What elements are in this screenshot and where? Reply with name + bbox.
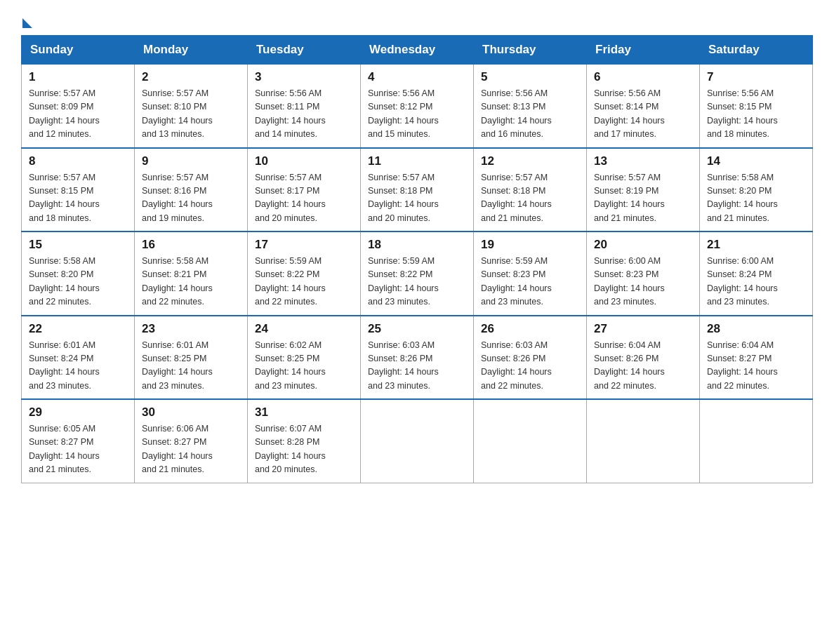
calendar-cell [474,399,587,483]
day-number: 11 [368,154,466,168]
day-info: Sunrise: 6:07 AM Sunset: 8:28 PM Dayligh… [255,422,353,477]
day-info: Sunrise: 6:02 AM Sunset: 8:25 PM Dayligh… [255,339,353,394]
day-number: 30 [142,405,240,420]
day-info: Sunrise: 5:59 AM Sunset: 8:22 PM Dayligh… [368,255,466,309]
day-info: Sunrise: 5:58 AM Sunset: 8:20 PM Dayligh… [29,255,127,309]
calendar-week-row: 1 Sunrise: 5:57 AM Sunset: 8:09 PM Dayli… [22,65,813,148]
day-number: 10 [255,154,353,168]
day-info: Sunrise: 6:01 AM Sunset: 8:25 PM Dayligh… [142,339,240,394]
day-info: Sunrise: 5:57 AM Sunset: 8:17 PM Dayligh… [255,171,353,226]
calendar-cell: 18 Sunrise: 5:59 AM Sunset: 8:22 PM Dayl… [361,232,474,316]
calendar-cell [361,399,474,483]
day-info: Sunrise: 5:56 AM Sunset: 8:15 PM Dayligh… [707,87,805,142]
calendar-cell: 24 Sunrise: 6:02 AM Sunset: 8:25 PM Dayl… [248,316,361,400]
calendar-header-thursday: Thursday [474,36,587,65]
day-number: 3 [255,70,353,84]
calendar-cell: 1 Sunrise: 5:57 AM Sunset: 8:09 PM Dayli… [22,65,135,148]
calendar-cell: 20 Sunrise: 6:00 AM Sunset: 8:23 PM Dayl… [587,232,700,316]
calendar-cell: 10 Sunrise: 5:57 AM Sunset: 8:17 PM Dayl… [248,148,361,232]
calendar-cell: 19 Sunrise: 5:59 AM Sunset: 8:23 PM Dayl… [474,232,587,316]
day-number: 23 [142,322,240,336]
day-info: Sunrise: 5:56 AM Sunset: 8:11 PM Dayligh… [255,87,353,142]
day-number: 31 [255,405,353,420]
day-number: 12 [481,154,579,168]
day-number: 20 [594,238,692,252]
calendar-header-tuesday: Tuesday [248,36,361,65]
logo [21,14,32,28]
calendar-cell: 11 Sunrise: 5:57 AM Sunset: 8:18 PM Dayl… [361,148,474,232]
day-info: Sunrise: 5:57 AM Sunset: 8:15 PM Dayligh… [29,171,127,226]
day-number: 26 [481,322,579,336]
calendar-week-row: 8 Sunrise: 5:57 AM Sunset: 8:15 PM Dayli… [22,148,813,232]
day-number: 17 [255,238,353,252]
calendar-week-row: 22 Sunrise: 6:01 AM Sunset: 8:24 PM Dayl… [22,316,813,400]
day-number: 15 [29,238,127,252]
day-number: 16 [142,238,240,252]
calendar-header-friday: Friday [587,36,700,65]
page-header [21,14,813,28]
calendar-cell: 16 Sunrise: 5:58 AM Sunset: 8:21 PM Dayl… [135,232,248,316]
calendar-cell: 15 Sunrise: 5:58 AM Sunset: 8:20 PM Dayl… [22,232,135,316]
calendar-header-sunday: Sunday [22,36,135,65]
day-info: Sunrise: 5:56 AM Sunset: 8:13 PM Dayligh… [481,87,579,142]
day-info: Sunrise: 6:00 AM Sunset: 8:23 PM Dayligh… [594,255,692,309]
day-number: 27 [594,322,692,336]
day-info: Sunrise: 5:57 AM Sunset: 8:16 PM Dayligh… [142,171,240,226]
day-info: Sunrise: 5:58 AM Sunset: 8:20 PM Dayligh… [707,171,805,226]
day-number: 25 [368,322,466,336]
calendar-cell: 7 Sunrise: 5:56 AM Sunset: 8:15 PM Dayli… [700,65,813,148]
day-info: Sunrise: 6:01 AM Sunset: 8:24 PM Dayligh… [29,339,127,394]
day-number: 5 [481,70,579,84]
day-number: 2 [142,70,240,84]
calendar-cell: 23 Sunrise: 6:01 AM Sunset: 8:25 PM Dayl… [135,316,248,400]
calendar-header-saturday: Saturday [700,36,813,65]
day-number: 28 [707,322,805,336]
day-number: 6 [594,70,692,84]
calendar-cell: 3 Sunrise: 5:56 AM Sunset: 8:11 PM Dayli… [248,65,361,148]
day-number: 19 [481,238,579,252]
day-number: 14 [707,154,805,168]
day-number: 22 [29,322,127,336]
day-info: Sunrise: 5:57 AM Sunset: 8:10 PM Dayligh… [142,87,240,142]
day-info: Sunrise: 5:59 AM Sunset: 8:22 PM Dayligh… [255,255,353,309]
day-number: 24 [255,322,353,336]
day-info: Sunrise: 5:59 AM Sunset: 8:23 PM Dayligh… [481,255,579,309]
day-info: Sunrise: 5:57 AM Sunset: 8:18 PM Dayligh… [481,171,579,226]
day-number: 9 [142,154,240,168]
calendar-cell: 8 Sunrise: 5:57 AM Sunset: 8:15 PM Dayli… [22,148,135,232]
calendar-cell: 25 Sunrise: 6:03 AM Sunset: 8:26 PM Dayl… [361,316,474,400]
calendar-cell [700,399,813,483]
calendar-cell: 26 Sunrise: 6:03 AM Sunset: 8:26 PM Dayl… [474,316,587,400]
day-number: 21 [707,238,805,252]
day-number: 13 [594,154,692,168]
day-info: Sunrise: 6:03 AM Sunset: 8:26 PM Dayligh… [368,339,466,394]
calendar-cell: 6 Sunrise: 5:56 AM Sunset: 8:14 PM Dayli… [587,65,700,148]
calendar-cell: 4 Sunrise: 5:56 AM Sunset: 8:12 PM Dayli… [361,65,474,148]
calendar-table: SundayMondayTuesdayWednesdayThursdayFrid… [21,35,813,483]
day-info: Sunrise: 5:58 AM Sunset: 8:21 PM Dayligh… [142,255,240,309]
calendar-week-row: 15 Sunrise: 5:58 AM Sunset: 8:20 PM Dayl… [22,232,813,316]
calendar-cell: 12 Sunrise: 5:57 AM Sunset: 8:18 PM Dayl… [474,148,587,232]
calendar-cell: 2 Sunrise: 5:57 AM Sunset: 8:10 PM Dayli… [135,65,248,148]
day-info: Sunrise: 5:57 AM Sunset: 8:19 PM Dayligh… [594,171,692,226]
calendar-cell: 29 Sunrise: 6:05 AM Sunset: 8:27 PM Dayl… [22,399,135,483]
calendar-header-row: SundayMondayTuesdayWednesdayThursdayFrid… [22,36,813,65]
calendar-cell: 22 Sunrise: 6:01 AM Sunset: 8:24 PM Dayl… [22,316,135,400]
calendar-cell: 27 Sunrise: 6:04 AM Sunset: 8:26 PM Dayl… [587,316,700,400]
day-info: Sunrise: 5:56 AM Sunset: 8:14 PM Dayligh… [594,87,692,142]
day-info: Sunrise: 6:04 AM Sunset: 8:26 PM Dayligh… [594,339,692,394]
logo-arrow-icon [22,18,32,28]
day-info: Sunrise: 5:57 AM Sunset: 8:18 PM Dayligh… [368,171,466,226]
day-number: 18 [368,238,466,252]
day-number: 1 [29,70,127,84]
calendar-cell [587,399,700,483]
day-info: Sunrise: 5:56 AM Sunset: 8:12 PM Dayligh… [368,87,466,142]
calendar-cell: 21 Sunrise: 6:00 AM Sunset: 8:24 PM Dayl… [700,232,813,316]
calendar-cell: 13 Sunrise: 5:57 AM Sunset: 8:19 PM Dayl… [587,148,700,232]
calendar-cell: 14 Sunrise: 5:58 AM Sunset: 8:20 PM Dayl… [700,148,813,232]
calendar-cell: 17 Sunrise: 5:59 AM Sunset: 8:22 PM Dayl… [248,232,361,316]
day-number: 29 [29,405,127,420]
day-number: 7 [707,70,805,84]
day-info: Sunrise: 6:04 AM Sunset: 8:27 PM Dayligh… [707,339,805,394]
calendar-cell: 28 Sunrise: 6:04 AM Sunset: 8:27 PM Dayl… [700,316,813,400]
